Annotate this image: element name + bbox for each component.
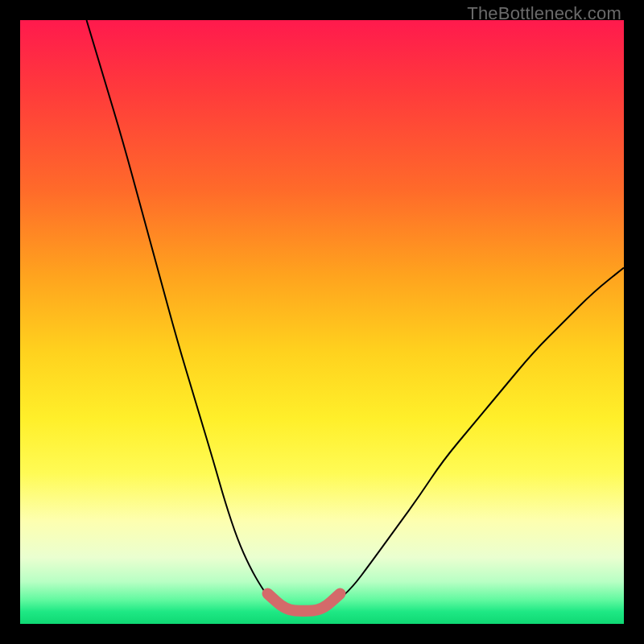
chart-frame: TheBottleneck.com — [0, 0, 644, 644]
right-curve — [322, 268, 624, 611]
plot-area — [20, 20, 624, 624]
left-curve — [87, 20, 287, 611]
bottom-highlight — [268, 594, 341, 611]
watermark-text: TheBottleneck.com — [467, 3, 621, 24]
curves-svg — [20, 20, 624, 624]
